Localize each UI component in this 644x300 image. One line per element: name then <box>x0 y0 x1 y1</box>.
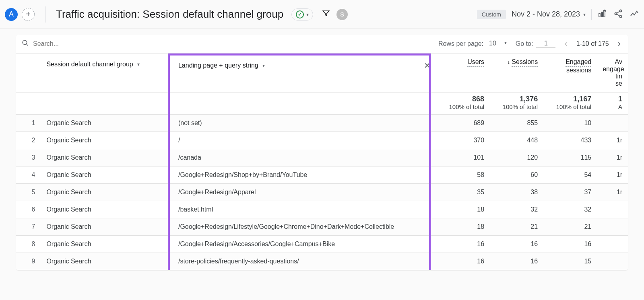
table-row[interactable]: 1Organic Search(not set)68985510 <box>16 115 628 132</box>
channel-group-cell: Organic Search <box>41 201 173 218</box>
row-number: 5 <box>16 184 41 201</box>
row-number: 6 <box>16 201 41 218</box>
avg-cell <box>597 201 628 218</box>
avg-cell <box>597 253 628 270</box>
row-number-header <box>16 53 41 92</box>
chevron-down-icon: ▾ <box>583 12 586 17</box>
svg-point-6 <box>23 40 27 45</box>
landing-page-cell: /Google+Redesign/Lifestyle/Google+Chrome… <box>173 218 436 236</box>
table-row[interactable]: 8Organic Search/Google+Redesign/Accessor… <box>16 236 628 253</box>
row-number: 2 <box>16 132 41 149</box>
sessions-cell: 448 <box>490 132 543 149</box>
filter-icon[interactable] <box>322 9 330 19</box>
row-number: 3 <box>16 149 41 166</box>
table-row[interactable]: 7Organic Search/Google+Redesign/Lifestyl… <box>16 218 628 236</box>
table-row[interactable]: 6Organic Search/basket.html183232 <box>16 201 628 218</box>
avg-cell <box>597 115 628 132</box>
sessions-cell: 16 <box>490 236 543 253</box>
engaged-cell: 115 <box>543 149 597 166</box>
sessions-column-header[interactable]: ↓Sessions <box>490 53 543 92</box>
channel-group-cell: Organic Search <box>41 253 173 270</box>
prev-page-button[interactable]: ‹ <box>563 39 569 49</box>
sessions-cell: 32 <box>490 201 543 218</box>
avg-cell: 1r <box>597 166 628 184</box>
account-badge[interactable]: A <box>5 8 18 21</box>
avg-engagement-column-header[interactable]: Av engage tin se <box>597 53 628 92</box>
sessions-total: 1,376100% of total <box>490 92 543 115</box>
users-cell: 16 <box>436 236 490 253</box>
goto-label: Go to: <box>516 40 533 47</box>
sort-descending-icon: ↓ <box>507 59 510 65</box>
channel-group-cell: Organic Search <box>41 236 173 253</box>
remove-dimension-button[interactable]: ✕ <box>424 61 431 70</box>
table-row[interactable]: 5Organic Search/Google+Redesign/Apparel3… <box>16 184 628 201</box>
check-icon: ✓ <box>296 10 304 18</box>
share-icon[interactable] <box>613 9 623 20</box>
secondary-dimension-label: Landing page + query string <box>178 62 258 69</box>
avg-cell <box>597 236 628 253</box>
avg-total: 1A <box>597 92 628 115</box>
date-range-text: Nov 2 - Nov 28, 2023 <box>512 10 580 18</box>
engaged-cell: 433 <box>543 132 597 149</box>
users-cell: 689 <box>436 115 490 132</box>
segment-badge[interactable]: S <box>336 9 348 20</box>
avg-cell: 1r <box>597 149 628 166</box>
engaged-total: 1,167100% of total <box>543 92 597 115</box>
sessions-cell: 60 <box>490 166 543 184</box>
users-cell: 58 <box>436 166 490 184</box>
channel-group-cell: Organic Search <box>41 115 173 132</box>
landing-page-cell: /Google+Redesign/Accessories/Google+Camp… <box>173 236 436 253</box>
table-row[interactable]: 4Organic Search/Google+Redesign/Shop+by+… <box>16 166 628 184</box>
totals-spacer <box>16 92 436 115</box>
users-cell: 18 <box>436 201 490 218</box>
channel-group-cell: Organic Search <box>41 218 173 236</box>
landing-page-cell: /canada <box>173 149 436 166</box>
users-cell: 101 <box>436 149 490 166</box>
engaged-cell: 32 <box>543 201 597 218</box>
landing-page-cell: /Google+Redesign/Shop+by+Brand/YouTube <box>173 166 436 184</box>
insights-icon[interactable] <box>630 9 639 20</box>
users-cell: 370 <box>436 132 490 149</box>
sessions-cell: 855 <box>490 115 543 132</box>
status-pill[interactable]: ✓ ▾ <box>291 8 313 21</box>
channel-group-cell: Organic Search <box>41 166 173 184</box>
engaged-cell: 37 <box>543 184 597 201</box>
svg-rect-1 <box>601 12 603 17</box>
users-column-header[interactable]: Users <box>436 53 490 92</box>
next-page-button[interactable]: › <box>616 39 622 49</box>
report-card: Rows per page: 10 Go to: ‹ 1-10 of 175 › <box>16 35 628 270</box>
row-number: 1 <box>16 115 41 132</box>
engaged-sessions-column-header[interactable]: Engaged sessions <box>543 53 597 92</box>
add-button[interactable]: + <box>22 8 35 21</box>
channel-group-cell: Organic Search <box>41 149 173 166</box>
date-range-selector[interactable]: Nov 2 - Nov 28, 2023 ▾ <box>512 10 586 18</box>
avg-cell: 1r <box>597 184 628 201</box>
chevron-down-icon: ▾ <box>137 62 140 67</box>
channel-group-cell: Organic Search <box>41 184 173 201</box>
edit-chart-icon[interactable] <box>597 9 607 20</box>
table-row[interactable]: 9Organic Search/store-policies/frequentl… <box>16 253 628 270</box>
table-row[interactable]: 2Organic Search/3704484331r <box>16 132 628 149</box>
row-number: 9 <box>16 253 41 270</box>
primary-dimension-header[interactable]: Session default channel group ▾ <box>41 53 173 92</box>
avg-cell <box>597 218 628 236</box>
svg-rect-0 <box>599 14 600 17</box>
goto-input[interactable] <box>536 40 555 47</box>
date-preset-label: Custom <box>477 10 506 19</box>
engaged-cell: 16 <box>543 236 597 253</box>
sessions-cell: 38 <box>490 184 543 201</box>
row-number: 4 <box>16 166 41 184</box>
landing-page-cell: /store-policies/frequently-asked-questio… <box>173 253 436 270</box>
table-toolbar: Rows per page: 10 Go to: ‹ 1-10 of 175 › <box>16 35 628 53</box>
search-input[interactable] <box>33 40 434 47</box>
table-row[interactable]: 3Organic Search/canada1011201151r <box>16 149 628 166</box>
secondary-dimension-header[interactable]: Landing page + query string ▾ ✕ <box>173 53 436 92</box>
chevron-down-icon: ▾ <box>306 12 309 17</box>
chevron-down-icon: ▾ <box>262 63 265 68</box>
landing-page-cell: (not set) <box>173 115 436 132</box>
rows-per-page-label: Rows per page: <box>438 40 483 47</box>
data-table: Session default channel group ▾ Landing … <box>16 53 628 270</box>
row-number: 7 <box>16 218 41 236</box>
rows-per-page-select[interactable]: 10 <box>487 39 508 48</box>
engaged-cell: 15 <box>543 253 597 270</box>
